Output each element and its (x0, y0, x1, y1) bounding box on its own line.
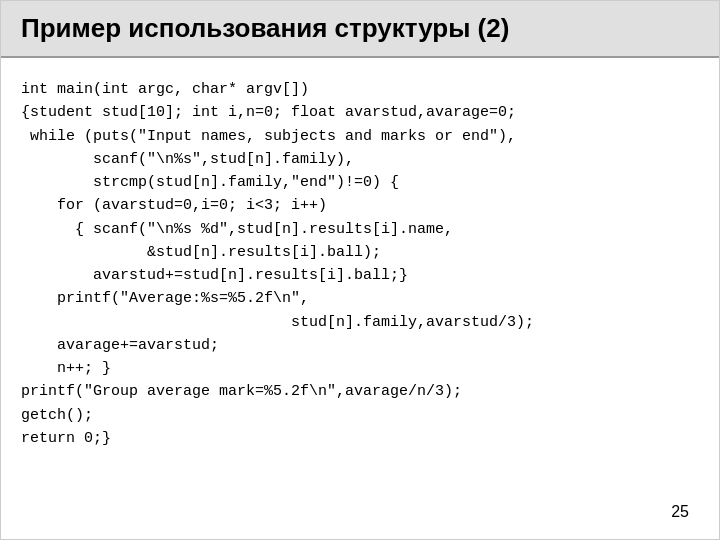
slide: Пример использования структуры (2) int m… (0, 0, 720, 540)
page-number: 25 (671, 503, 689, 521)
code-line: int main(int argc, char* argv[]) (21, 78, 689, 101)
code-line: &stud[n].results[i].ball); (21, 241, 689, 264)
code-line: avarage+=avarstud; (21, 334, 689, 357)
code-line: printf("Group average mark=%5.2f\n",avar… (21, 380, 689, 403)
slide-title: Пример использования структуры (2) (21, 13, 509, 44)
code-line: { scanf("\n%s %d",stud[n].results[i].nam… (21, 218, 689, 241)
code-line: strcmp(stud[n].family,"end")!=0) { (21, 171, 689, 194)
code-line: stud[n].family,avarstud/3); (21, 311, 689, 334)
code-block: int main(int argc, char* argv[]){student… (21, 78, 689, 450)
code-line: avarstud+=stud[n].results[i].ball;} (21, 264, 689, 287)
code-line: return 0;} (21, 427, 689, 450)
code-line: getch(); (21, 404, 689, 427)
title-bar: Пример использования структуры (2) (1, 1, 719, 58)
code-line: while (puts("Input names, subjects and m… (21, 125, 689, 148)
code-line: for (avarstud=0,i=0; i<3; i++) (21, 194, 689, 217)
code-line: printf("Average:%s=%5.2f\n", (21, 287, 689, 310)
code-line: n++; } (21, 357, 689, 380)
content-area: int main(int argc, char* argv[]){student… (1, 58, 719, 470)
code-line: scanf("\n%s",stud[n].family), (21, 148, 689, 171)
code-line: {student stud[10]; int i,n=0; float avar… (21, 101, 689, 124)
